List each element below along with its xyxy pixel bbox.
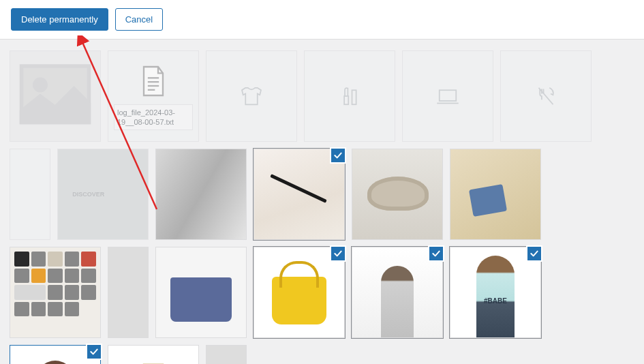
document-icon bbox=[134, 62, 172, 100]
photo-thumbnail bbox=[10, 247, 100, 337]
model-red-photo[interactable] bbox=[10, 345, 101, 364]
svg-rect-6 bbox=[344, 96, 348, 104]
photo-thumbnail: DISCOVER bbox=[58, 149, 148, 239]
yellow-bag-photo[interactable] bbox=[254, 247, 345, 338]
photo-thumbnail bbox=[450, 149, 540, 239]
beach-bag-photo[interactable] bbox=[450, 149, 541, 240]
selected-check-icon[interactable] bbox=[86, 344, 102, 360]
photo-thumbnail bbox=[108, 247, 148, 337]
restaurant-icon[interactable] bbox=[500, 50, 592, 142]
model-babe-photo[interactable] bbox=[450, 247, 541, 338]
flatlay-photo[interactable] bbox=[10, 247, 101, 338]
laptop-icon bbox=[403, 51, 493, 141]
media-library-grid: log_file_2024-03-19__08-00-57.txt DISCOV… bbox=[0, 40, 644, 364]
restaurant-icon bbox=[501, 51, 591, 141]
blue-bag-photo[interactable] bbox=[155, 247, 247, 338]
partial-item-2[interactable] bbox=[108, 247, 149, 338]
tshirt-icon[interactable] bbox=[206, 50, 297, 142]
selected-check-icon[interactable] bbox=[526, 245, 542, 262]
selected-check-icon[interactable] bbox=[330, 245, 346, 262]
image-placeholder-icon bbox=[10, 51, 100, 141]
photo-thumbnail bbox=[156, 247, 246, 337]
image-placeholder[interactable] bbox=[10, 50, 101, 142]
file-caption: log_file_2024-03-19__08-00-57.txt bbox=[114, 104, 193, 131]
model-gray-photo[interactable] bbox=[352, 247, 443, 338]
file-card: log_file_2024-03-19__08-00-57.txt bbox=[108, 51, 198, 141]
svg-rect-7 bbox=[352, 90, 356, 104]
lipstick-icon bbox=[305, 51, 395, 141]
tshirt-icon bbox=[206, 51, 296, 141]
photo-thumbnail bbox=[352, 149, 442, 239]
text-file[interactable]: log_file_2024-03-19__08-00-57.txt bbox=[108, 50, 199, 142]
selected-check-icon[interactable] bbox=[330, 147, 346, 164]
partial-item-3[interactable] bbox=[206, 345, 247, 364]
makeup-photo[interactable] bbox=[254, 149, 345, 240]
payment-logos[interactable]: DISCOVER bbox=[57, 149, 149, 240]
hat-photo[interactable] bbox=[352, 149, 443, 240]
photo-thumbnail bbox=[108, 346, 198, 364]
partial-icon bbox=[10, 149, 50, 239]
selected-check-icon[interactable] bbox=[428, 245, 444, 262]
partial-item-1[interactable] bbox=[10, 149, 50, 240]
lipstick-icon[interactable] bbox=[304, 50, 395, 142]
photo-thumbnail bbox=[156, 149, 246, 239]
photo-thumbnail bbox=[206, 346, 246, 364]
laptop-icon[interactable] bbox=[402, 50, 493, 142]
women-bw-photo[interactable] bbox=[155, 149, 247, 240]
svg-point-1 bbox=[35, 79, 46, 91]
lamp-photo[interactable] bbox=[108, 345, 199, 364]
delete-permanently-button[interactable]: Delete permanently bbox=[11, 8, 108, 31]
toolbar: Delete permanently Cancel bbox=[0, 0, 644, 40]
svg-rect-8 bbox=[440, 90, 457, 101]
cancel-button[interactable]: Cancel bbox=[115, 8, 163, 31]
